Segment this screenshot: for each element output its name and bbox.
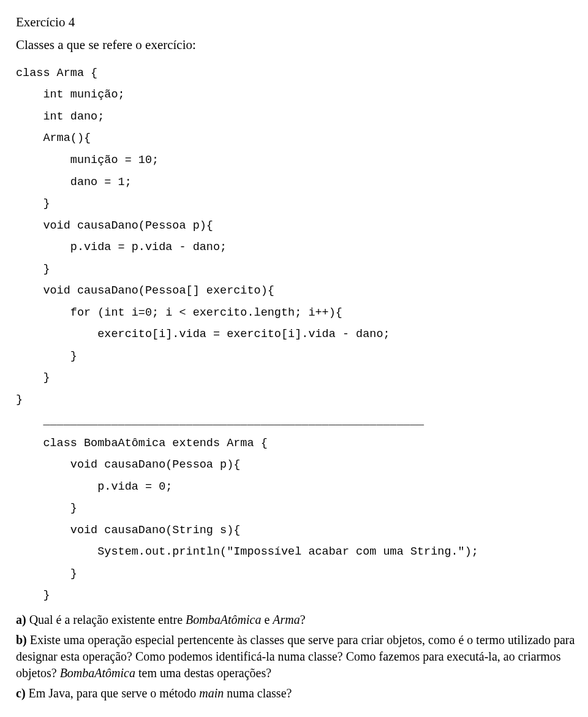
question-b-text2: tem uma destas operações?: [135, 666, 271, 680]
question-c-italic1: main: [199, 686, 224, 700]
question-a-text1: Qual é a relação existente entre: [29, 613, 186, 626]
question-c: c) Em Java, para que serve o método main…: [16, 685, 588, 702]
question-a-label: a): [16, 613, 29, 626]
question-a: a) Qual é a relação existente entre Bomb…: [16, 612, 588, 628]
question-a-italic1: BombaAtômica: [186, 613, 261, 626]
question-a-italic2: Arma: [273, 613, 300, 626]
question-b: b) Existe uma operação especial pertence…: [16, 632, 588, 681]
exercise-subtitle: Classes a que se refere o exercício:: [16, 36, 588, 54]
exercise-title: Exercício 4: [16, 13, 588, 31]
question-c-text2: numa classe?: [224, 686, 292, 700]
question-b-italic1: BombaAtômica: [60, 666, 135, 680]
question-c-text1: Em Java, para que serve o método: [29, 686, 200, 700]
question-a-text2: e: [261, 613, 273, 626]
code-block: class Arma { int munição; int dano; Arma…: [16, 63, 588, 607]
question-b-label: b): [16, 633, 30, 647]
question-a-text3: ?: [300, 613, 306, 626]
question-c-label: c): [16, 686, 29, 700]
